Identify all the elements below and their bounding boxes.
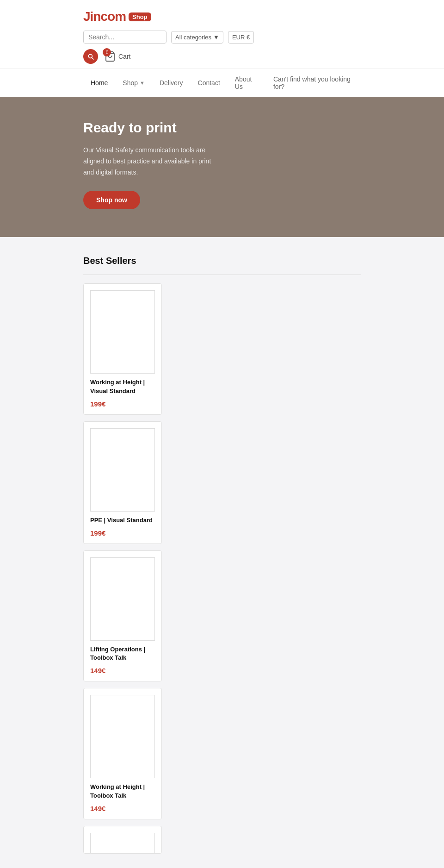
logo-text: Jincom — [83, 9, 126, 24]
nav-label-about: About Us — [235, 75, 259, 90]
product-name: Working at Height | Toolbox Talk — [90, 783, 155, 799]
categories-label: All categories — [175, 34, 211, 41]
product-card[interactable]: Working at Height | Toolbox Talk149€ — [83, 688, 162, 819]
nav-label-contact: Contact — [198, 79, 220, 87]
best-sellers-section: Best Sellers Working at Height | Visual … — [0, 237, 444, 868]
logo-row: Jincom Shop — [83, 0, 361, 28]
hero-description: Our Visual Safety communication tools ar… — [83, 145, 213, 178]
search-button[interactable] — [83, 49, 98, 64]
search-input[interactable] — [83, 31, 166, 44]
logo-shop-badge: Shop — [129, 12, 151, 21]
product-price: 199€ — [90, 400, 155, 408]
nav-item-cant-find[interactable]: Can't find what you looking for? — [266, 69, 361, 97]
chevron-down-icon: ▼ — [213, 34, 219, 41]
header: Jincom Shop All categories ▼ EUR € 0 Car… — [0, 0, 444, 69]
product-card[interactable] — [83, 826, 162, 854]
currency-label: EUR € — [232, 34, 250, 41]
categories-dropdown[interactable]: All categories ▼ — [171, 31, 223, 44]
product-price: 149€ — [90, 805, 155, 812]
product-card[interactable]: PPE | Visual Standard199€ — [83, 421, 162, 544]
cart-label: Cart — [118, 53, 130, 60]
search-row: All categories ▼ EUR € — [83, 28, 361, 46]
product-name: Working at Height | Visual Standard — [90, 378, 155, 395]
product-image — [90, 428, 155, 512]
shop-chevron-icon: ▼ — [140, 80, 145, 86]
product-image — [90, 695, 155, 778]
nav-label-delivery: Delivery — [160, 79, 183, 87]
nav-item-contact[interactable]: Contact — [191, 73, 228, 93]
search-icon — [87, 53, 94, 60]
cart-button[interactable]: 0 Cart — [105, 51, 130, 62]
nav-item-shop[interactable]: Shop ▼ — [115, 73, 152, 93]
nav-item-about[interactable]: About Us — [228, 69, 266, 97]
nav-item-home[interactable]: Home — [83, 73, 115, 93]
product-list: Working at Height | Visual Standard199€P… — [83, 283, 361, 860]
section-divider — [83, 275, 361, 275]
navigation: Home Shop ▼ Delivery Contact About Us Ca… — [0, 69, 444, 97]
product-image — [90, 557, 155, 641]
product-name: Lifting Operations | Toolbox Talk — [90, 645, 155, 662]
nav-label-cant-find: Can't find what you looking for? — [273, 75, 353, 90]
nav-label-home: Home — [91, 79, 108, 87]
icon-row: 0 Cart — [83, 46, 361, 69]
currency-dropdown[interactable]: EUR € — [228, 31, 254, 44]
best-sellers-title: Best Sellers — [83, 256, 361, 266]
product-price: 199€ — [90, 529, 155, 537]
product-price: 149€ — [90, 667, 155, 674]
nav-item-delivery[interactable]: Delivery — [152, 73, 191, 93]
product-card[interactable]: Lifting Operations | Toolbox Talk149€ — [83, 550, 162, 681]
product-image — [90, 290, 155, 374]
product-card[interactable]: Working at Height | Visual Standard199€ — [83, 283, 162, 414]
nav-label-shop: Shop — [123, 79, 138, 87]
product-name: PPE | Visual Standard — [90, 516, 155, 525]
hero-section: Ready to print Our Visual Safety communi… — [0, 97, 444, 237]
hero-title: Ready to print — [83, 120, 361, 136]
product-image — [90, 833, 155, 854]
shop-now-button[interactable]: Shop now — [83, 191, 140, 209]
